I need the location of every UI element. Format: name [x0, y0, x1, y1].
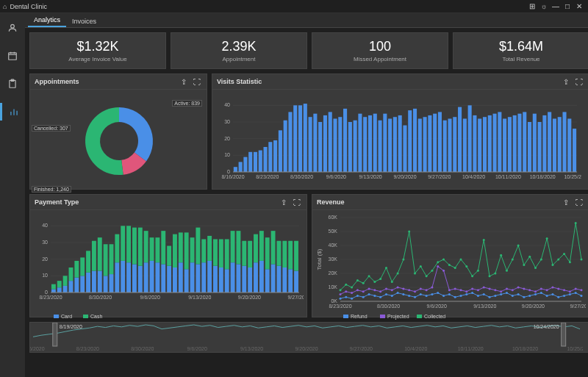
- svg-text:8/30/2020: 8/30/2020: [290, 174, 313, 179]
- svg-rect-58: [423, 117, 427, 172]
- maximize-button[interactable]: □: [562, 1, 573, 12]
- svg-rect-121: [80, 276, 85, 292]
- panel-title: Revenue: [317, 198, 345, 206]
- sidebar-item-analytics[interactable]: [0, 103, 25, 121]
- svg-rect-179: [248, 268, 252, 292]
- svg-text:0: 0: [227, 169, 230, 174]
- export-icon[interactable]: ⇪: [279, 197, 289, 207]
- panel-payment-type: Payment Type⇪⛶ 0102030408/23/20208/30/20…: [29, 194, 307, 317]
- svg-rect-111: [51, 289, 56, 292]
- svg-text:9/27/2020: 9/27/2020: [428, 174, 451, 179]
- svg-text:9/20/2020: 9/20/2020: [393, 174, 416, 179]
- svg-rect-173: [231, 262, 235, 292]
- svg-text:10/24/2020: 10/24/2020: [534, 324, 559, 329]
- svg-rect-69: [478, 118, 481, 172]
- svg-rect-132: [110, 244, 114, 274]
- expand-icon[interactable]: ⛶: [292, 197, 302, 207]
- title-bar: ⌂ Dental Clinic ⊞ ☼ — □ ✕: [0, 0, 588, 13]
- timeline[interactable]: 8/19/202010/24/20208/16/20208/23/20208/3…: [29, 322, 588, 353]
- svg-rect-53: [398, 115, 402, 172]
- svg-text:20: 20: [42, 256, 48, 262]
- svg-rect-166: [207, 236, 212, 261]
- export-icon[interactable]: ⇪: [179, 76, 189, 87]
- minimize-button[interactable]: —: [550, 1, 562, 12]
- svg-rect-185: [265, 269, 270, 292]
- svg-rect-72: [493, 114, 497, 172]
- metric-total-revenue: $1.64MTotal Revenue: [453, 32, 588, 69]
- svg-text:8/30/2020: 8/30/2020: [377, 304, 400, 309]
- theme-icon[interactable]: ☼: [538, 1, 550, 12]
- svg-rect-145: [150, 261, 154, 292]
- svg-text:40: 40: [224, 102, 230, 107]
- svg-rect-81: [538, 122, 542, 172]
- svg-rect-182: [254, 234, 258, 263]
- svg-text:8/30/2020: 8/30/2020: [89, 295, 112, 300]
- panel-title: Appointments: [35, 78, 79, 85]
- svg-rect-147: [155, 262, 159, 292]
- svg-text:Card: Card: [61, 314, 72, 319]
- svg-text:9/13/2020: 9/13/2020: [359, 174, 382, 179]
- svg-text:Refund: Refund: [351, 314, 368, 319]
- export-icon[interactable]: ⇪: [561, 76, 571, 87]
- svg-text:8/16/2020: 8/16/2020: [30, 346, 45, 351]
- svg-rect-55: [408, 110, 412, 172]
- svg-text:10K: 10K: [329, 284, 338, 290]
- svg-text:Projected: Projected: [387, 314, 409, 320]
- svg-rect-127: [98, 271, 102, 292]
- svg-text:10/4/2020: 10/4/2020: [404, 346, 427, 351]
- svg-text:9/20/2020: 9/20/2020: [522, 304, 545, 309]
- expand-icon[interactable]: ⛶: [574, 76, 584, 87]
- svg-rect-150: [161, 231, 165, 264]
- sidebar-item-clipboard[interactable]: [0, 75, 25, 93]
- svg-text:9/27/2020: 9/27/2020: [570, 304, 586, 309]
- export-icon[interactable]: ⇪: [561, 197, 571, 207]
- tab-invoices[interactable]: Invoices: [66, 15, 102, 27]
- panel-visits: Visits Statistic⇪⛶ 0102030408/16/20208/2…: [212, 73, 588, 190]
- svg-text:10/25/2020: 10/25/2020: [567, 346, 583, 351]
- svg-rect-178: [242, 241, 246, 266]
- svg-rect-29: [279, 130, 282, 172]
- svg-rect-33: [298, 105, 302, 172]
- svg-rect-180: [248, 241, 252, 268]
- svg-rect-194: [288, 241, 293, 270]
- sidebar-item-calendar[interactable]: [0, 47, 25, 65]
- metric-appointment: 2.39KAppointment: [171, 32, 307, 69]
- svg-text:40K: 40K: [329, 243, 338, 248]
- svg-rect-119: [74, 278, 79, 292]
- svg-rect-190: [277, 241, 282, 266]
- tab-analytics[interactable]: Analytics: [28, 14, 66, 27]
- svg-rect-136: [121, 226, 125, 261]
- svg-rect-71: [488, 115, 492, 172]
- svg-rect-365: [53, 323, 57, 346]
- svg-rect-160: [190, 237, 195, 262]
- svg-text:30K: 30K: [329, 256, 338, 262]
- grid-icon[interactable]: ⊞: [526, 1, 538, 12]
- svg-rect-170: [219, 239, 223, 268]
- svg-rect-32: [293, 105, 297, 172]
- svg-rect-149: [161, 264, 165, 292]
- expand-icon[interactable]: ⛶: [192, 76, 202, 87]
- svg-text:9/27/2020: 9/27/2020: [287, 295, 304, 300]
- svg-rect-41: [338, 117, 342, 172]
- svg-rect-56: [413, 109, 417, 172]
- svg-rect-1: [9, 53, 17, 60]
- svg-rect-83: [548, 112, 551, 172]
- svg-rect-186: [265, 237, 270, 269]
- visits-chart: 0102030408/16/20208/23/20208/30/20209/6/…: [212, 90, 588, 194]
- svg-rect-152: [167, 246, 171, 266]
- svg-rect-82: [542, 115, 546, 172]
- svg-rect-167: [213, 266, 218, 292]
- svg-text:8/23/2020: 8/23/2020: [256, 174, 279, 179]
- close-button[interactable]: ✕: [573, 1, 585, 12]
- expand-icon[interactable]: ⛶: [574, 197, 584, 207]
- svg-rect-159: [190, 262, 195, 292]
- sidebar-item-user[interactable]: [0, 19, 25, 37]
- svg-text:9/6/2020: 9/6/2020: [187, 346, 207, 351]
- sidebar: [0, 13, 25, 377]
- svg-rect-177: [242, 266, 246, 292]
- svg-rect-54: [403, 126, 406, 172]
- svg-rect-59: [428, 115, 431, 172]
- revenue-chart: 0K10K20K30K40K50K60KTotal ($)8/23/20208/…: [312, 210, 588, 323]
- svg-rect-158: [184, 232, 189, 269]
- svg-rect-137: [126, 262, 131, 292]
